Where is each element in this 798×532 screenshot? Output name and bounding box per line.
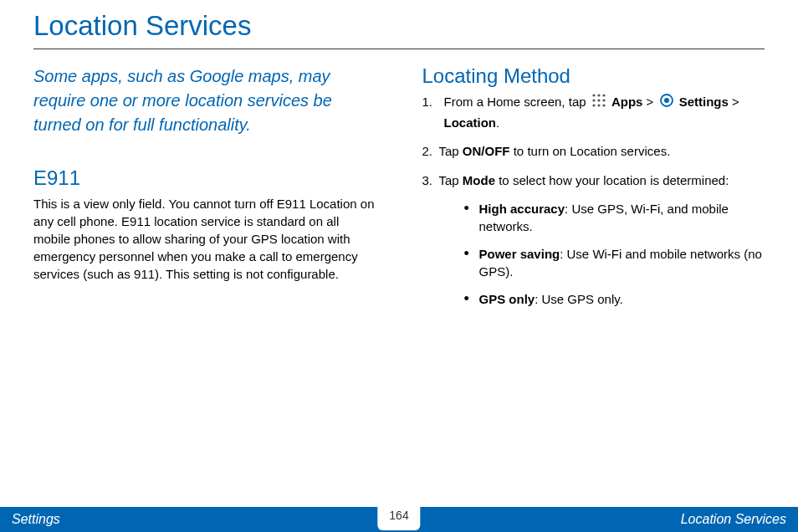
svg-point-6	[592, 104, 595, 106]
footer-left: Settings	[12, 512, 60, 527]
svg-point-7	[597, 104, 600, 106]
svg-point-2	[602, 94, 605, 96]
mode-label: Mode	[463, 173, 495, 187]
mode-bullets: High accuracy: Use GPS, Wi-Fi, and mobil…	[422, 200, 765, 308]
step-1-period: .	[496, 115, 499, 130]
page-title: Location Services	[0, 0, 798, 49]
step-2-suffix: to turn on Location services.	[510, 144, 671, 158]
step-2: 2. Tap ON/OFF to turn on Location servic…	[422, 142, 765, 161]
bullet-high-accuracy: High accuracy: Use GPS, Wi-Fi, and mobil…	[464, 200, 765, 235]
svg-point-5	[602, 99, 605, 101]
svg-point-8	[602, 104, 605, 106]
bullet-power-saving: Power saving: Use Wi-Fi and mobile netwo…	[464, 245, 765, 280]
bullet-1-label: High accuracy	[479, 202, 565, 216]
step-1-body: From a Home screen, tap Apps >	[439, 93, 765, 132]
step-3: 3. Tap Mode to select how your location …	[422, 171, 765, 191]
footer-right: Location Services	[681, 512, 786, 527]
svg-point-3	[592, 99, 595, 101]
apps-label: Apps	[611, 95, 643, 109]
location-label: Location	[444, 115, 497, 130]
step-number: 3.	[422, 171, 439, 191]
footer-page-number: 164	[377, 505, 420, 530]
step-number: 2.	[422, 142, 439, 161]
step-1-prefix: From a Home screen, tap	[444, 95, 590, 109]
svg-point-1	[597, 94, 600, 96]
step-3-suffix: to select how your location is determine…	[495, 173, 729, 187]
content-area: Some apps, such as Google maps, may requ…	[0, 64, 798, 318]
apps-icon	[591, 93, 606, 114]
onoff-label: ON/OFF	[463, 144, 510, 158]
e911-body: This is a view only field. You cannot tu…	[33, 195, 376, 283]
page-footer: Settings 164 Location Services	[0, 507, 798, 532]
step-1-gt2: >	[732, 95, 739, 109]
settings-label: Settings	[679, 95, 729, 109]
step-2-body: Tap ON/OFF to turn on Location services.	[439, 142, 765, 161]
bullet-2-label: Power saving	[479, 247, 560, 261]
svg-point-10	[664, 98, 669, 103]
step-2-prefix: Tap	[439, 144, 463, 158]
left-column: Some apps, such as Google maps, may requ…	[33, 64, 376, 318]
bullet-3-text: : Use GPS only.	[535, 292, 623, 306]
svg-point-4	[597, 99, 600, 101]
svg-point-0	[592, 94, 595, 96]
step-3-body: Tap Mode to select how your location is …	[439, 171, 765, 191]
e911-heading: E911	[33, 166, 376, 190]
step-1: 1. From a Home screen, tap Apps >	[422, 93, 765, 132]
bullet-3-label: GPS only	[479, 292, 535, 306]
title-rule	[33, 49, 765, 49]
settings-icon	[659, 93, 674, 114]
bullet-gps-only: GPS only: Use GPS only.	[464, 290, 765, 308]
right-column: Locating Method 1. From a Home screen, t…	[422, 64, 765, 318]
step-number: 1.	[422, 93, 439, 132]
intro-paragraph: Some apps, such as Google maps, may requ…	[33, 64, 376, 137]
step-3-prefix: Tap	[439, 173, 463, 187]
step-1-gt1: >	[647, 95, 657, 109]
locating-heading: Locating Method	[422, 64, 765, 88]
